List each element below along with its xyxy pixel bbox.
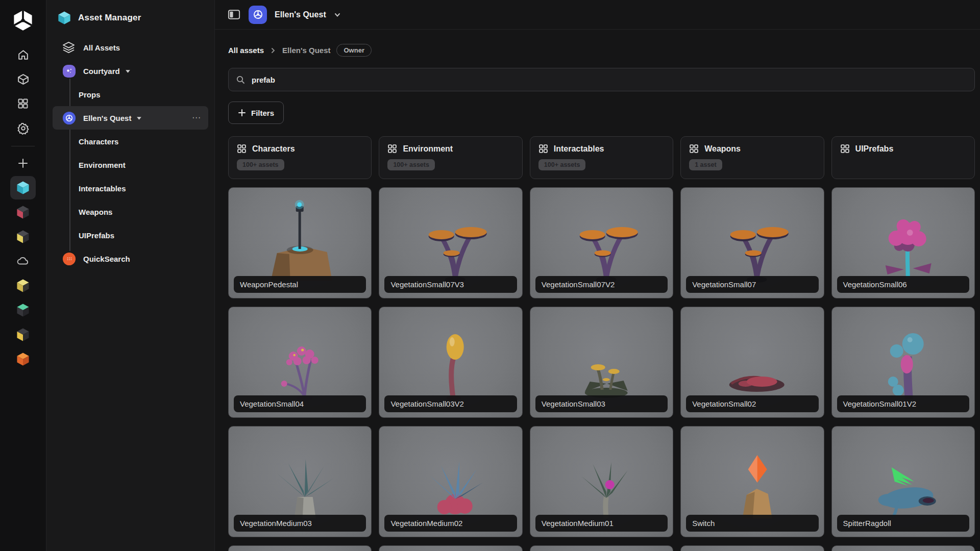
- chevron-right-icon: [270, 47, 276, 54]
- asset-tile-vegetationsmall01v2[interactable]: VegetationSmall01V2: [831, 307, 975, 418]
- content: All assets Ellen's Quest Owner: [215, 30, 980, 551]
- asset-label: VegetationSmall07V3: [384, 276, 517, 293]
- panel-toggle-icon[interactable]: [227, 8, 241, 21]
- plus-icon: [238, 109, 246, 117]
- asset-tile-vegetationsmall07v2[interactable]: VegetationSmall07V2: [530, 187, 673, 298]
- sidebar-item-all-assets[interactable]: All Assets: [53, 36, 208, 59]
- sidebar-item-courtyard[interactable]: Courtyard: [53, 59, 208, 83]
- asset-tile-vegetationsmall03v2[interactable]: VegetationSmall03V2: [379, 307, 522, 418]
- main-area: Ellen's Quest All assets Ellen's Quest O…: [215, 0, 980, 551]
- asset-count-badge: 100+ assets: [237, 159, 284, 170]
- category-card-weapons[interactable]: Weapons 1 asset: [680, 136, 824, 179]
- grid-icon[interactable]: [10, 92, 36, 115]
- asset-tile-vegetationmedium01[interactable]: VegetationMedium01: [530, 426, 673, 537]
- asset-count-badge: 100+ assets: [387, 159, 435, 170]
- sidebar-item-uiprefabs[interactable]: UIPrefabs: [53, 223, 208, 247]
- asset-tile-partial[interactable]: [228, 545, 372, 551]
- asset-label: VegetationSmall07V2: [535, 276, 668, 293]
- sidebar-item-ellen-s-quest[interactable]: Ellen's Quest ⋯: [53, 106, 208, 130]
- tree-item-label: All Assets: [83, 43, 120, 52]
- caret-down-icon[interactable]: [125, 68, 131, 74]
- rail-projects: [10, 176, 36, 372]
- search-bar: [228, 68, 975, 91]
- asset-tile-vegetationmedium03[interactable]: VegetationMedium03: [228, 426, 372, 537]
- asset-thumbnail: [832, 546, 974, 551]
- chevron-down-icon[interactable]: [334, 11, 341, 18]
- asset-label: SpitterRagdoll: [837, 515, 969, 532]
- category-card-uiprefabs[interactable]: UIPrefabs: [831, 136, 975, 179]
- asset-tile-spitterragdoll[interactable]: SpitterRagdoll: [831, 426, 975, 537]
- asset-tile-vegetationsmall03[interactable]: VegetationSmall03: [530, 307, 673, 418]
- rail-divider: [11, 146, 35, 146]
- asset-tile-partial[interactable]: [530, 545, 673, 551]
- add-project-button[interactable]: [10, 152, 36, 175]
- asset-label: VegetationSmall01V2: [837, 395, 969, 412]
- gear-icon[interactable]: [10, 116, 36, 140]
- project-cloud[interactable]: [10, 249, 36, 273]
- rail-nav: [10, 43, 36, 141]
- tree-item-label: Characters: [79, 137, 118, 146]
- topbar: Ellen's Quest: [215, 0, 980, 30]
- asset-label: VegetationSmall06: [837, 276, 969, 293]
- category-card-interactables[interactable]: Interactables 100+ assets: [530, 136, 673, 179]
- search-input[interactable]: [251, 75, 967, 85]
- asset-tile-partial[interactable]: [680, 545, 824, 551]
- caret-down-icon[interactable]: [136, 115, 142, 121]
- sidebar-item-characters[interactable]: Characters: [53, 130, 208, 153]
- asset-tile-vegetationsmall06[interactable]: VegetationSmall06: [831, 187, 975, 298]
- asset-count-badge: 1 asset: [689, 159, 722, 170]
- asset-label: VegetationSmall02: [686, 395, 818, 412]
- asset-tile-vegetationsmall07[interactable]: VegetationSmall07: [680, 187, 824, 298]
- project-orange-cube[interactable]: [10, 347, 36, 371]
- tree-item-label: Interactables: [79, 184, 126, 193]
- org-icon: [62, 64, 77, 79]
- asset-label: VegetationMedium02: [384, 515, 517, 532]
- project-teal-cube[interactable]: [10, 176, 36, 199]
- project-green-cube[interactable]: [10, 298, 36, 322]
- project-yellow-cube[interactable]: [10, 274, 36, 297]
- sidebar-header: Asset Manager: [53, 7, 208, 36]
- tree-item-label: Courtyard: [83, 67, 120, 76]
- asset-count-badge: 100+ assets: [538, 159, 586, 170]
- project-dark-red-cube[interactable]: [10, 201, 36, 224]
- left-icon-rail: [0, 0, 46, 551]
- asset-tile-partial[interactable]: [379, 545, 522, 551]
- breadcrumb-current: Ellen's Quest: [282, 46, 330, 55]
- sidebar-item-quicksearch[interactable]: QuickSearch: [53, 247, 208, 270]
- asset-tile-vegetationsmall04[interactable]: VegetationSmall04: [228, 307, 372, 418]
- asset-thumbnail: [681, 546, 823, 551]
- cube-icon[interactable]: [10, 67, 36, 91]
- project-badge-icon[interactable]: [249, 6, 267, 24]
- asset-tile-partial[interactable]: [831, 545, 975, 551]
- asset-tile-vegetationsmall02[interactable]: VegetationSmall02: [680, 307, 824, 418]
- asset-tile-weaponpedestal[interactable]: WeaponPedestal: [228, 187, 372, 298]
- asset-manager-app: Asset Manager All Assets Courtyard Props…: [0, 0, 980, 551]
- sidebar-item-props[interactable]: Props: [53, 83, 208, 106]
- project-dark-yellow-cube[interactable]: [10, 225, 36, 248]
- project-stripe-cube[interactable]: [10, 323, 36, 346]
- unity-logo[interactable]: [11, 8, 35, 33]
- filters-button[interactable]: Filters: [228, 102, 284, 124]
- asset-tile-switch[interactable]: Switch: [680, 426, 824, 537]
- breadcrumb-all-assets[interactable]: All assets: [228, 46, 264, 55]
- project-switcher[interactable]: Ellen's Quest: [275, 10, 326, 19]
- sidebar-item-interactables[interactable]: Interactables: [53, 177, 208, 200]
- grid-collection-icon: [840, 144, 850, 154]
- grid-collection-icon: [689, 144, 699, 154]
- category-card-environment[interactable]: Environment 100+ assets: [379, 136, 522, 179]
- tree-item-label: UIPrefabs: [79, 231, 114, 240]
- asset-tile-vegetationmedium02[interactable]: VegetationMedium02: [379, 426, 522, 537]
- category-card-characters[interactable]: Characters 100+ assets: [228, 136, 372, 179]
- more-options-icon[interactable]: ⋯: [192, 115, 201, 120]
- sidebar-item-environment[interactable]: Environment: [53, 153, 208, 177]
- asset-thumbnail: [530, 546, 673, 551]
- home-icon[interactable]: [10, 43, 36, 66]
- sidebar-tree: All Assets Courtyard Props Ellen's Quest…: [53, 36, 208, 270]
- asset-label: Switch: [686, 515, 818, 532]
- asset-thumbnail: [379, 546, 522, 551]
- asset-tile-vegetationsmall07v3[interactable]: VegetationSmall07V3: [379, 187, 522, 298]
- sidebar-item-weapons[interactable]: Weapons: [53, 200, 208, 223]
- project-icon: [62, 111, 77, 126]
- tree-item-label: QuickSearch: [83, 255, 130, 263]
- owner-badge: Owner: [336, 44, 371, 57]
